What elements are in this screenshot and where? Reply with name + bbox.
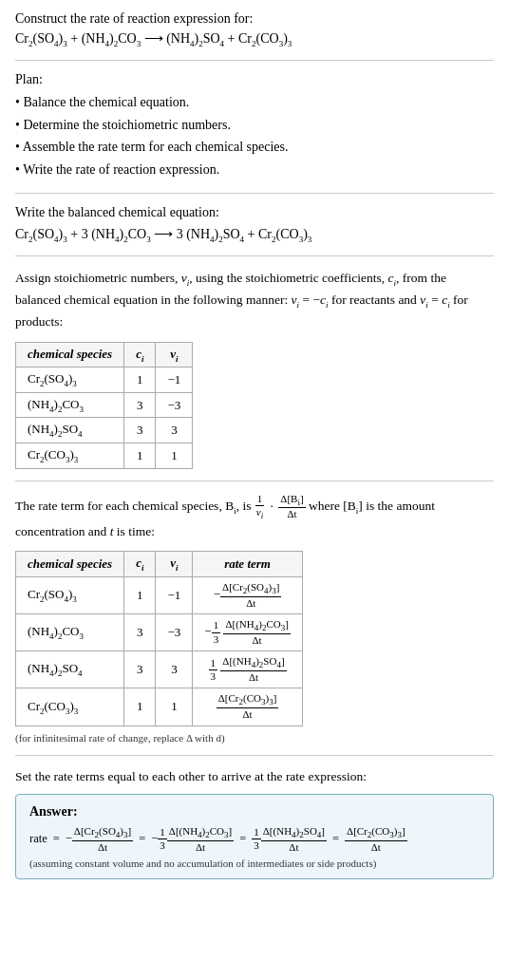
- plan-step-2: Determine the stoichiometric numbers.: [15, 114, 494, 137]
- stoich-row-1: Cr2(SO4)3 1 −1: [16, 368, 193, 393]
- rate-col-vi: νi: [156, 552, 193, 577]
- page: Construct the rate of reaction expressio…: [0, 0, 509, 914]
- stoich-vi-2: −3: [156, 392, 193, 418]
- rate-footnote: (for infinitesimal rate of change, repla…: [15, 732, 494, 744]
- plan-label: Plan:: [15, 72, 494, 87]
- rate-species-2: (NH4)2CO3: [16, 614, 124, 651]
- term-cr2co3: Δ[Cr2(CO3)3]Δt: [345, 825, 407, 854]
- rate-ci-3: 3: [124, 651, 156, 688]
- set-text: Set the rate terms equal to each other t…: [15, 767, 494, 786]
- rate-row-3: (NH4)2SO4 3 3 13 Δ[(NH4)2SO4]Δt: [16, 651, 303, 688]
- eq-1: =: [53, 826, 60, 853]
- rate-term-2: −13 Δ[(NH4)2CO3]Δt: [193, 614, 303, 651]
- plan-step-4: Write the rate of reaction expression.: [15, 159, 494, 181]
- answer-footnote: (assuming constant volume and no accumul…: [29, 858, 480, 869]
- stoich-species-2: (NH4)2CO3: [16, 392, 124, 418]
- stoich-row-2: (NH4)2CO3 3 −3: [16, 392, 193, 418]
- header-reaction: Cr2(SO4)3 + (NH4)2CO3 ⟶ (NH4)2SO4 + Cr2(…: [15, 30, 494, 48]
- eq-3: =: [239, 826, 246, 853]
- rate-term-3: 13 Δ[(NH4)2SO4]Δt: [193, 651, 303, 688]
- stoich-row-4: Cr2(CO3)3 1 1: [16, 443, 193, 468]
- stoich-col-species: chemical species: [16, 342, 124, 368]
- stoich-col-vi: νi: [156, 342, 193, 368]
- rate-label: rate: [29, 826, 47, 853]
- rate-species-4: Cr2(CO3)3: [16, 688, 124, 726]
- term-neg-cr2so4: −Δ[Cr2(SO4)3]Δt: [66, 825, 133, 854]
- stoich-vi-3: 3: [156, 418, 193, 443]
- rate-vi-4: 1: [156, 688, 193, 726]
- rate-col-term: rate term: [193, 552, 303, 577]
- rate-row-4: Cr2(CO3)3 1 1 Δ[Cr2(CO3)3]Δt: [16, 688, 303, 726]
- plan-list: Balance the chemical equation. Determine…: [15, 91, 494, 181]
- rate-term-intro: The rate term for each chemical species,…: [15, 493, 494, 542]
- rate-vi-3: 3: [156, 651, 193, 688]
- balanced-equation: Cr2(SO4)3 + 3 (NH4)2CO3 ⟶ 3 (NH4)2SO4 + …: [15, 226, 494, 244]
- answer-box: Answer: rate = −Δ[Cr2(SO4)3]Δt = −13Δ[(N…: [15, 794, 494, 879]
- balanced-label: Write the balanced chemical equation:: [15, 205, 494, 220]
- plan-step-1: Balance the chemical equation.: [15, 91, 494, 114]
- stoich-intro: Assign stoichiometric numbers, νi, using…: [15, 268, 494, 332]
- stoich-vi-1: −1: [156, 368, 193, 393]
- stoich-species-3: (NH4)2SO4: [16, 418, 124, 443]
- stoich-row-3: (NH4)2SO4 3 3: [16, 418, 193, 443]
- rate-vi-1: −1: [156, 576, 193, 613]
- rate-ci-4: 1: [124, 688, 156, 726]
- rate-term-4: Δ[Cr2(CO3)3]Δt: [193, 688, 303, 726]
- stoich-col-ci: ci: [124, 342, 156, 368]
- answer-section: Set the rate terms equal to each other t…: [15, 767, 494, 891]
- header-intro: Construct the rate of reaction expressio…: [15, 11, 494, 27]
- stoich-species-1: Cr2(SO4)3: [16, 368, 124, 393]
- term-nh4so4: 13Δ[(NH4)2SO4]Δt: [252, 825, 327, 854]
- rate-row-1: Cr2(SO4)3 1 −1 −Δ[Cr2(SO4)3]Δt: [16, 576, 303, 613]
- balanced-section: Write the balanced chemical equation: Cr…: [15, 205, 494, 256]
- rate-ci-2: 3: [124, 614, 156, 651]
- stoich-ci-4: 1: [124, 443, 156, 468]
- eq-4: =: [332, 826, 339, 853]
- plan-step-3: Assemble the rate term for each chemical…: [15, 136, 494, 159]
- stoich-ci-3: 3: [124, 418, 156, 443]
- rate-col-species: chemical species: [16, 552, 124, 577]
- stoich-vi-4: 1: [156, 443, 193, 468]
- stoich-ci-2: 3: [124, 392, 156, 418]
- rate-species-3: (NH4)2SO4: [16, 651, 124, 688]
- term-neg-nh4co3: −13Δ[(NH4)2CO3]Δt: [151, 825, 234, 854]
- rate-vi-2: −3: [156, 614, 193, 651]
- rate-term-table: chemical species ci νi rate term Cr2(SO4…: [15, 551, 303, 726]
- stoich-table: chemical species ci νi Cr2(SO4)3 1 −1 (N…: [15, 342, 193, 469]
- rate-term-1: −Δ[Cr2(SO4)3]Δt: [193, 576, 303, 613]
- rate-species-1: Cr2(SO4)3: [16, 576, 124, 613]
- rate-expression: rate = −Δ[Cr2(SO4)3]Δt = −13Δ[(NH4)2CO3]…: [29, 825, 480, 854]
- stoich-species-4: Cr2(CO3)3: [16, 443, 124, 468]
- rate-term-section: The rate term for each chemical species,…: [15, 493, 494, 756]
- stoich-ci-1: 1: [124, 368, 156, 393]
- rate-col-ci: ci: [124, 552, 156, 577]
- rate-row-2: (NH4)2CO3 3 −3 −13 Δ[(NH4)2CO3]Δt: [16, 614, 303, 651]
- answer-label: Answer:: [29, 804, 480, 820]
- stoich-section: Assign stoichiometric numbers, νi, using…: [15, 268, 494, 481]
- header-section: Construct the rate of reaction expressio…: [15, 11, 494, 61]
- rate-ci-1: 1: [124, 576, 156, 613]
- eq-2: =: [139, 826, 145, 853]
- plan-section: Plan: Balance the chemical equation. Det…: [15, 72, 494, 194]
